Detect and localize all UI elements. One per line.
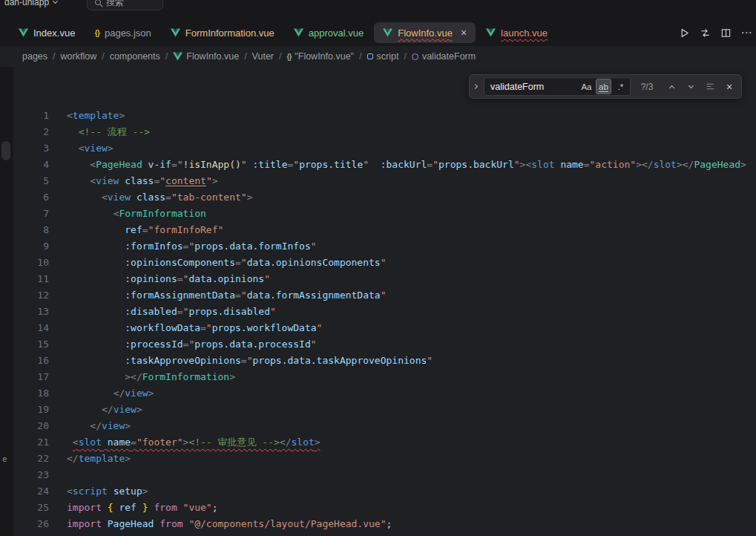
line-number: 2 <box>13 124 67 140</box>
vue-icon <box>383 28 392 37</box>
code-line[interactable]: 13 :disabled="props.disabled" <box>13 304 756 320</box>
breadcrumb-item[interactable]: Vuter <box>252 51 274 62</box>
tab-launch.vue[interactable]: launch.vue <box>477 22 556 43</box>
code-line[interactable]: 6 <view class="tab-content"> <box>13 189 756 206</box>
line-number: 18 <box>13 385 67 402</box>
line-number: 12 <box>13 287 67 304</box>
symbol-field-icon <box>367 53 373 59</box>
toggle-replace-button[interactable] <box>470 75 481 98</box>
line-number: 7 <box>13 206 67 222</box>
breadcrumb-separator: / <box>53 51 55 62</box>
breadcrumb-item[interactable]: validateForm <box>412 51 476 62</box>
more-actions-button[interactable]: ⋯ <box>738 24 755 41</box>
tab-FormInformation.vue[interactable]: FormInformation.vue <box>162 22 283 43</box>
code-line[interactable]: 21 <slot name="footer"><!-- 审批意见 --></sl… <box>13 434 756 451</box>
tab-Index.vue[interactable]: Index.vue <box>10 22 84 43</box>
close-button[interactable]: × <box>721 79 737 95</box>
code-line[interactable]: 4 <PageHead v-if="!isInApp()" :title="pr… <box>13 157 756 173</box>
code-editor[interactable]: 1<template>2 <!-- 流程 -->3 <view>4 <PageH… <box>13 67 756 536</box>
breadcrumb-item[interactable]: workflow <box>61 51 97 62</box>
code-line[interactable]: 23 <box>13 467 756 483</box>
find-options: Aa ab .* <box>579 79 628 94</box>
breadcrumb-item[interactable]: FlowInfo.vue <box>173 51 239 62</box>
regex-button[interactable]: .* <box>613 79 628 94</box>
breadcrumb-label: FlowInfo.vue <box>186 51 239 62</box>
breadcrumb-item[interactable]: pages <box>22 51 47 62</box>
tab-pages.json[interactable]: {}pages.json <box>85 22 160 43</box>
code-line[interactable]: 10 :opinionsComponents="data.opinionsCom… <box>13 255 756 271</box>
code-line[interactable]: 22</template> <box>13 451 756 467</box>
code-line[interactable]: 8 ref="formInfoRef" <box>13 222 756 238</box>
find-query: validateForm <box>490 82 544 92</box>
code-text: import PageHead from "@/components/layou… <box>67 516 392 532</box>
code-line[interactable]: 16 :taskApproveOpinions="props.data.task… <box>13 353 756 369</box>
code-text: </view> <box>67 402 142 418</box>
code-text: ref="formInfoRef" <box>67 222 223 238</box>
code-line[interactable]: 1<template> <box>13 108 756 124</box>
line-number: 3 <box>13 140 67 157</box>
line-number: 14 <box>13 320 67 336</box>
breadcrumb: pages/workflow/components/FlowInfo.vue/V… <box>0 46 756 67</box>
next-match-button[interactable] <box>683 79 699 95</box>
breadcrumb-item[interactable]: components <box>110 51 160 62</box>
line-number: 23 <box>13 467 67 483</box>
whole-word-button[interactable]: ab <box>596 79 611 94</box>
close-icon[interactable]: × <box>461 27 467 38</box>
code-line[interactable]: 19 </view> <box>13 402 756 418</box>
editor-actions: ⋯ <box>676 19 755 46</box>
chevron-down-icon <box>688 82 693 88</box>
run-button[interactable] <box>676 24 692 41</box>
line-number: 13 <box>13 304 67 320</box>
code-line[interactable]: 12 :formAssignmentData="data.formAssignm… <box>13 287 756 304</box>
open-changes-button[interactable] <box>697 24 713 41</box>
code-text: <PageHead v-if="!isInApp()" :title="prop… <box>67 157 746 173</box>
breadcrumb-item[interactable]: {}"FlowInfo.vue" <box>287 51 355 62</box>
code-lines: 1<template>2 <!-- 流程 -->3 <view>4 <PageH… <box>13 108 756 532</box>
tab-approval.vue[interactable]: approval.vue <box>285 22 372 43</box>
folder-menu[interactable]: dan-uniapp <box>4 0 57 7</box>
find-in-selection-button[interactable] <box>702 79 718 95</box>
code-line[interactable]: 20 </view> <box>13 418 756 434</box>
breadcrumb-label: workflow <box>61 51 97 62</box>
tab-label: launch.vue <box>501 28 548 38</box>
breadcrumb-label: Vuter <box>252 51 274 62</box>
code-line[interactable]: 24<script setup> <box>13 483 756 500</box>
breadcrumb-item[interactable]: script <box>367 51 399 62</box>
previous-match-button[interactable] <box>663 79 680 95</box>
search-label: 搜索 <box>106 0 124 9</box>
tab-label: approval.vue <box>309 28 364 38</box>
code-text: :disabled="props.disabled" <box>67 304 276 320</box>
find-input[interactable]: validateForm Aa ab .* <box>484 77 631 96</box>
line-number: 16 <box>13 353 67 369</box>
search-command-center[interactable]: 搜索 <box>87 0 163 10</box>
code-text: import { ref } from "vue"; <box>67 500 218 516</box>
code-line[interactable]: 17 ></FormInformation> <box>13 369 756 385</box>
line-number: 20 <box>13 418 67 434</box>
breadcrumb-separator: / <box>165 51 168 62</box>
tab-FlowInfo.vue[interactable]: FlowInfo.vue× <box>374 22 476 43</box>
split-editor-button[interactable] <box>717 24 734 41</box>
code-line[interactable]: 7 <FormInformation <box>13 206 756 222</box>
code-line[interactable]: 11 :opinions="data.opinions" <box>13 271 756 287</box>
find-results-count: ?/3 <box>634 82 660 92</box>
code-text: </view> <box>67 418 131 434</box>
code-line[interactable]: 15 :processId="props.data.processId" <box>13 336 756 353</box>
line-number: 19 <box>13 402 67 418</box>
code-text: <FormInformation <box>67 206 206 222</box>
code-line[interactable]: 9 :formInfos="props.data.formInfos" <box>13 238 756 255</box>
line-number: 17 <box>13 369 67 385</box>
match-case-button[interactable]: Aa <box>579 79 594 94</box>
vscode-window: dan-uniapp 搜索 Index.vue{}pages.jsonFormI… <box>0 0 756 536</box>
code-line[interactable]: 25import { ref } from "vue"; <box>13 500 756 516</box>
code-line[interactable]: 26import PageHead from "@/components/lay… <box>13 516 756 532</box>
code-line[interactable]: 3 <view> <box>13 140 756 157</box>
code-line[interactable]: 14 :workflowData="props.workflowData" <box>13 320 756 336</box>
code-line[interactable]: 5 <view class="content"> <box>13 173 756 189</box>
vue-icon <box>294 28 303 37</box>
code-line[interactable]: 2 <!-- 流程 --> <box>13 124 756 140</box>
vue-icon <box>173 52 183 61</box>
folder-label: dan-uniapp <box>4 0 49 7</box>
split-editor-icon <box>720 27 732 39</box>
code-line[interactable]: 18 </view> <box>13 385 756 402</box>
play-icon <box>679 27 690 39</box>
